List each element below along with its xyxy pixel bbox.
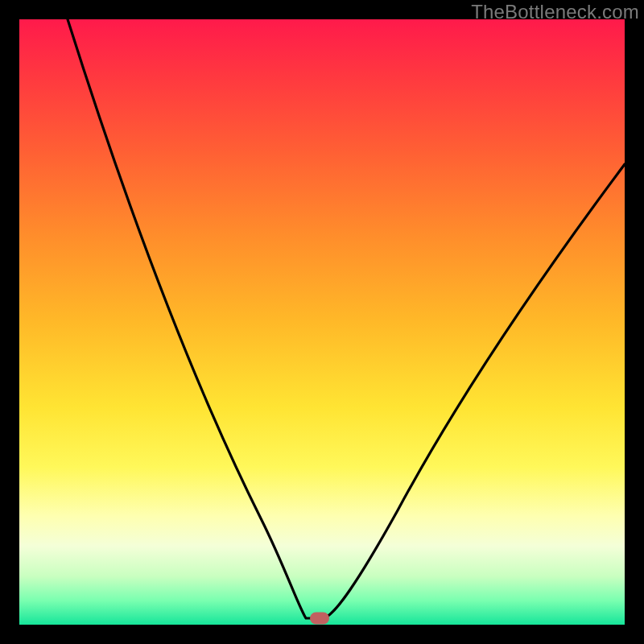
curve-path — [68, 19, 625, 618]
optimal-point-marker — [310, 613, 329, 625]
chart-frame: TheBottleneck.com — [0, 0, 644, 644]
watermark-text: TheBottleneck.com — [471, 1, 639, 23]
bottleneck-curve — [19, 19, 625, 625]
plot-area — [19, 19, 625, 625]
